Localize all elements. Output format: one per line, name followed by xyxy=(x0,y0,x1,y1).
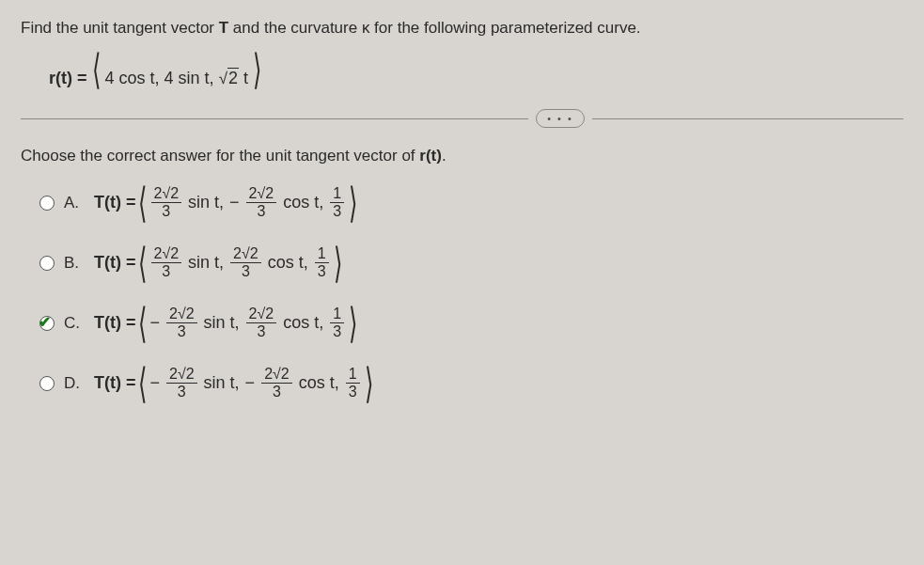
option-b-formula: T(t) = ⟨ 2√23 sin t, 2√23 cos t, 13 ⟩ xyxy=(94,246,342,279)
radio-b[interactable] xyxy=(39,256,55,271)
question-prompt: Find the unit tangent vector T and the c… xyxy=(21,17,903,39)
option-a[interactable]: A. T(t) = ⟨ 2√23 sin t, − 2√23 cos t, 13… xyxy=(39,180,903,226)
given-equation: r(t) = ⟨ 4 cos t, 4 sin t, 2 t ⟩ xyxy=(49,53,903,88)
option-c-formula: T(t) = ⟨ − 2√23 sin t, 2√23 cos t, 13 ⟩ xyxy=(94,306,357,339)
radio-d[interactable] xyxy=(39,376,55,391)
option-b-label: B. xyxy=(64,254,85,273)
option-c-label: C. xyxy=(64,314,85,333)
option-b[interactable]: B. T(t) = ⟨ 2√23 sin t, 2√23 cos t, 13 ⟩ xyxy=(39,241,903,286)
options-group: A. T(t) = ⟨ 2√23 sin t, − 2√23 cos t, 13… xyxy=(39,180,903,406)
option-a-formula: T(t) = ⟨ 2√23 sin t, − 2√23 cos t, 13 ⟩ xyxy=(94,186,357,219)
option-a-label: A. xyxy=(64,194,85,212)
option-c[interactable]: C. T(t) = ⟨ − 2√23 sin t, 2√23 cos t, 13… xyxy=(39,301,903,346)
option-d-label: D. xyxy=(64,374,85,393)
more-dots-button[interactable]: • • • xyxy=(536,109,585,128)
option-d[interactable]: D. T(t) = ⟨ − 2√23 sin t, − 2√23 cos t, … xyxy=(39,361,903,406)
radio-c[interactable] xyxy=(39,316,55,331)
option-d-formula: T(t) = ⟨ − 2√23 sin t, − 2√23 cos t, 13 … xyxy=(94,367,373,400)
radio-a[interactable] xyxy=(39,196,55,211)
divider: • • • xyxy=(21,109,903,130)
sub-prompt: Choose the correct answer for the unit t… xyxy=(21,147,903,165)
